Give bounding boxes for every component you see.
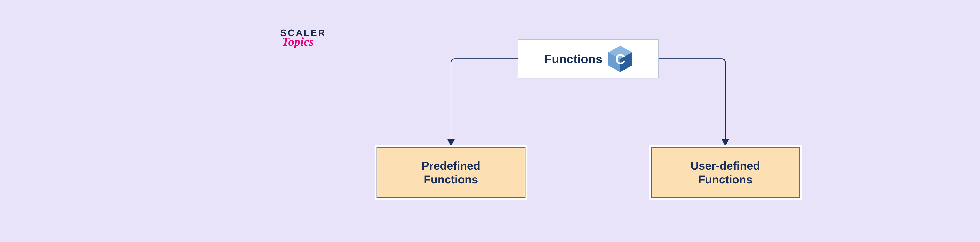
c-language-icon: C xyxy=(608,46,632,72)
brand-logo: SCALER Topics xyxy=(280,27,326,49)
svg-marker-1 xyxy=(722,139,729,146)
diagram-canvas: SCALER Topics Functions C Predefined Fun… xyxy=(0,0,980,242)
functions-diagram: Functions C Predefined Functions User-de… xyxy=(333,33,843,210)
child-node-predefined: Predefined Functions xyxy=(377,147,525,198)
child-node-userdefined: User-defined Functions xyxy=(651,147,800,198)
svg-text:C: C xyxy=(615,51,625,67)
predefined-label: Predefined Functions xyxy=(422,159,480,186)
logo-topics-text: Topics xyxy=(282,35,314,49)
svg-marker-0 xyxy=(447,139,455,146)
root-label: Functions xyxy=(544,52,602,66)
root-node-functions: Functions C xyxy=(518,39,659,78)
userdefined-label: User-defined Functions xyxy=(690,159,760,186)
